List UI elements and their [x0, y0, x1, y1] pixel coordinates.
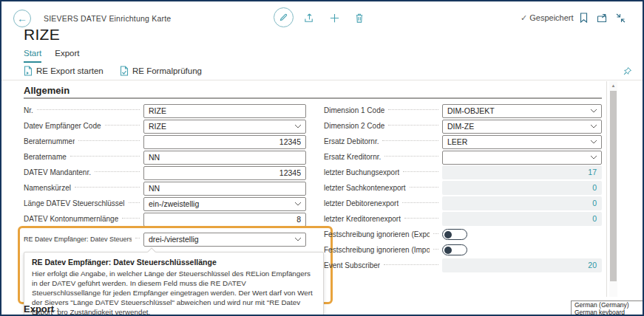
dimension-2-code-input[interactable]	[442, 120, 602, 134]
field-row-namenskuerzel: Namenskürzel	[24, 180, 306, 196]
dimension-1-code-input[interactable]	[442, 104, 602, 118]
datev-mandantennr-field	[143, 165, 306, 179]
general-right-column: Dimension 1 Code Dimension 2 Code Ersatz…	[324, 103, 602, 273]
field-row-event-subscriber: Event Subscriber 20	[324, 258, 602, 273]
field-row-beratername: Beratername	[24, 149, 306, 165]
namenskuerzel-field	[143, 181, 306, 195]
pin-icon[interactable]	[623, 66, 632, 76]
action-bar: RE Export starten RE Formalprüfung	[1, 63, 643, 80]
datev-kontonummernlaenge-input[interactable]	[143, 213, 306, 227]
vertical-scrollbar[interactable]: ▲	[609, 81, 617, 297]
sievers-datev-setup-card-window: ← SIEVERS DATEV Einrichtung Karte ✓Gespe…	[0, 0, 644, 316]
field-row-datev-mandantennr: DATEV Mandantenr.	[24, 165, 306, 180]
event-subscriber-field: 20	[442, 258, 602, 272]
field-row-dimension-2-code: Dimension 2 Code	[324, 118, 602, 134]
festschreibung-import-toggle[interactable]	[442, 244, 467, 255]
tooltip-body: Hier erfolgt die Angabe, in welcher Läng…	[32, 269, 316, 316]
field-row-nr: Nr.	[24, 103, 306, 118]
beraternummer-input[interactable]	[143, 135, 306, 149]
check-icon: ✓	[521, 13, 527, 22]
new-record-icon[interactable]	[328, 12, 340, 24]
edit-button[interactable]	[274, 7, 294, 27]
beraternummer-field	[143, 134, 306, 148]
field-row-datev-kontonummernlaenge: DATEV Kontonummernlänge	[24, 211, 306, 227]
tab-start[interactable]: Start	[24, 49, 41, 63]
document-check-icon	[120, 66, 129, 76]
keyboard-layout-indicator: German (Germany) German keyboard	[571, 300, 643, 316]
field-row-dimension-1-code: Dimension 1 Code	[324, 103, 602, 118]
collapse-window-icon[interactable]	[614, 12, 626, 24]
content-edge-divider	[606, 81, 607, 297]
laenge-datev-steuerschluessel-input[interactable]	[143, 197, 306, 211]
bookmark-icon[interactable]	[577, 12, 589, 24]
scroll-up-arrow[interactable]: ▲	[609, 81, 617, 90]
general-left-column: Nr. Datev Empfänger Code Beraternummer B…	[24, 103, 306, 227]
letzter-debitorenexport-field: 0	[442, 196, 602, 210]
field-row-ersatz-kreditornr: Ersatz Kreditornr.	[324, 149, 602, 165]
section-title-allgemein[interactable]: Allgemein	[24, 85, 70, 96]
share-icon[interactable]	[303, 12, 315, 24]
field-row-beraternummer: Beraternummer	[24, 134, 306, 149]
re-datev-empfaenger-steuerschluessellaenge-input[interactable]	[143, 233, 306, 247]
delete-icon[interactable]	[353, 12, 365, 24]
datev-empfaenger-code-field	[143, 119, 306, 133]
nr-field	[143, 103, 306, 117]
page-title: RIZE	[24, 26, 60, 44]
back-button[interactable]: ←	[13, 10, 31, 27]
letzter-sachkontenexport-field: 0	[442, 181, 602, 195]
tooltip-pointer	[147, 247, 155, 255]
field-row-re-datev-empfaenger-steuerschluessellaenge: RE Datev Empfänger: Datev Steuerschlüsse…	[24, 231, 306, 247]
namenskuerzel-input[interactable]	[143, 182, 306, 196]
chevron-right-icon: ›	[56, 304, 59, 315]
dimension-1-code-field	[442, 103, 602, 117]
ersatz-debitornr-input[interactable]	[442, 135, 602, 149]
ersatz-debitornr-field	[442, 134, 602, 148]
re-formalpruefung-button[interactable]: RE Formalprüfung	[120, 66, 202, 76]
beratername-field	[143, 150, 306, 164]
datev-mandantennr-input[interactable]	[143, 166, 306, 180]
datev-kontonummernlaenge-field	[143, 212, 306, 226]
beratername-input[interactable]	[143, 151, 306, 165]
field-row-laenge-datev-steuerschluessel: Länge DATEV Steuerschlüssel	[24, 196, 306, 211]
laenge-datev-steuerschluessel-field	[143, 196, 306, 210]
section-title-export[interactable]: Export›	[24, 303, 59, 315]
datev-empfaenger-code-input[interactable]	[143, 120, 306, 134]
save-status: ✓Gespeichert	[521, 13, 574, 23]
field-row-festschreibung-ignorieren-import: Festschreibung ignorieren (Import)	[324, 242, 602, 258]
letzter-buchungsexport-field: 17	[442, 165, 602, 179]
field-row-letzter-sachkontenexport: letzter Sachkontenexport 0	[324, 180, 602, 196]
field-row-datev-empfaenger-code: Datev Empfänger Code	[24, 118, 306, 134]
field-tooltip: RE Datev Empfänger: Datev Steuerschlüsse…	[24, 252, 324, 316]
re-datev-empfaenger-steuerschluessellaenge-field	[143, 232, 306, 246]
ersatz-kreditornr-field	[442, 150, 602, 164]
open-in-new-window-icon[interactable]	[596, 12, 608, 24]
tooltip-title: RE Datev Empfänger: Datev Steuerschlüsse…	[32, 258, 316, 267]
section-divider	[24, 97, 602, 99]
nr-input[interactable]	[143, 104, 306, 118]
highlight-box: RE Datev Empfänger: Datev Steuerschlüsse…	[18, 226, 333, 304]
ersatz-kreditornr-input[interactable]	[442, 151, 602, 165]
pencil-icon	[279, 13, 288, 22]
letzter-kreditorenexport-field: 0	[442, 212, 602, 226]
document-run-icon	[24, 66, 33, 76]
tab-export[interactable]: Export	[55, 49, 79, 63]
toggle-knob	[444, 247, 452, 254]
field-row-letzter-kreditorenexport: letzter Kreditorenexport 0	[324, 211, 602, 227]
dimension-2-code-field	[442, 119, 602, 133]
field-row-festschreibung-ignorieren-export: Festschreibung ignorieren (Export)	[324, 227, 602, 242]
scrollbar-thumb[interactable]	[610, 91, 617, 281]
re-export-starten-button[interactable]: RE Export starten	[24, 66, 104, 76]
breadcrumb[interactable]: SIEVERS DATEV Einrichtung Karte	[44, 14, 171, 23]
field-row-letzter-buchungsexport: letzter Buchungsexport 17	[324, 165, 602, 180]
menu-tabs: Start Export	[24, 49, 80, 63]
toggle-knob	[444, 231, 452, 238]
field-row-ersatz-debitornr: Ersatz Debitornr.	[324, 134, 602, 149]
festschreibung-export-toggle[interactable]	[442, 229, 467, 240]
field-row-letzter-debitorenexport: letzter Debitorenexport 0	[324, 196, 602, 211]
